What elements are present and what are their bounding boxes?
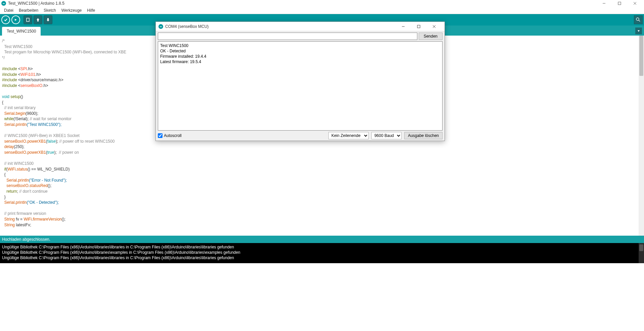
tab-sketch[interactable]: Test_WINC1500 <box>2 27 41 36</box>
svg-marker-7 <box>47 18 49 21</box>
serial-maximize-button[interactable] <box>411 22 426 31</box>
code-line: String latestFv; <box>2 222 642 228</box>
menu-sketch[interactable]: Sketch <box>41 7 59 13</box>
upload-button[interactable] <box>11 15 20 24</box>
code-line <box>2 205 642 211</box>
serial-window-controls <box>396 22 442 31</box>
serial-output-line: Firmware installed: 19.4.4 <box>160 54 440 59</box>
serial-output-line: Test WINC1500 <box>160 43 440 48</box>
main-titlebar: ∞ Test_WINC1500 | Arduino 1.8.5 <box>0 0 644 7</box>
serial-monitor-window: ∞ COM4 (senseBox MCU) Senden Test WINC15… <box>155 21 445 141</box>
menu-tools[interactable]: Werkzeuge <box>59 7 84 13</box>
autoscroll-label: Autoscroll <box>164 133 182 138</box>
editor-scrollbar[interactable] <box>639 36 644 236</box>
autoscroll-checkbox[interactable] <box>158 133 163 138</box>
status-bar: Hochladen abgeschlossen. <box>0 236 644 243</box>
code-line: delay(250); <box>2 144 642 150</box>
serial-input[interactable] <box>158 33 417 40</box>
serial-output-line: Latest firmware: 19.5.4 <box>160 59 440 64</box>
code-line: Serial.println("OK - Detected"); <box>2 200 642 205</box>
serial-send-button[interactable]: Senden <box>419 33 443 40</box>
menu-edit[interactable]: Bearbeiten <box>16 7 41 13</box>
tab-menu-button[interactable] <box>635 28 642 34</box>
new-button[interactable] <box>24 15 32 24</box>
console-line: Ungültige Bibliothek C:\Program Files (x… <box>2 255 642 261</box>
console-scrollbar[interactable] <box>639 243 644 263</box>
line-ending-select[interactable]: Kein Zeilenende <box>328 132 369 139</box>
close-button[interactable] <box>627 0 643 7</box>
code-line: // print firmware version <box>2 211 642 217</box>
svg-marker-10 <box>638 30 640 32</box>
status-text: Hochladen abgeschlossen. <box>2 237 50 242</box>
menubar: Datei Bearbeiten Sketch Werkzeuge Hilfe <box>0 7 644 14</box>
serial-monitor-button[interactable] <box>634 15 643 24</box>
serial-minimize-button[interactable] <box>396 22 411 31</box>
serial-output[interactable]: Test WINC1500 OK - Detected Firmware ins… <box>158 41 443 131</box>
svg-rect-5 <box>27 18 29 21</box>
serial-titlebar[interactable]: ∞ COM4 (senseBox MCU) <box>156 22 445 31</box>
svg-rect-12 <box>417 25 420 28</box>
code-line: Serial.println("Error - Not Found"); <box>2 178 642 183</box>
save-button[interactable] <box>44 15 52 24</box>
code-line: } <box>2 194 642 200</box>
menu-help[interactable]: Hilfe <box>84 7 98 13</box>
serial-output-line: OK - Detected <box>160 48 440 54</box>
code-line: String fv = WiFi.firmwareVersion(); <box>2 217 642 222</box>
svg-rect-1 <box>618 2 621 5</box>
svg-point-8 <box>636 18 639 20</box>
minimize-button[interactable] <box>596 0 612 7</box>
console: Ungültige Bibliothek C:\Program Files (x… <box>0 243 644 263</box>
autoscroll-checkbox-label[interactable]: Autoscroll <box>158 133 182 138</box>
editor-scrollbar-thumb[interactable] <box>639 36 643 76</box>
console-line: Ungültige Bibliothek C:\Program Files (x… <box>2 244 642 250</box>
open-button[interactable] <box>34 15 42 24</box>
svg-line-9 <box>639 20 640 21</box>
maximize-button[interactable] <box>612 0 627 7</box>
serial-close-button[interactable] <box>426 22 442 31</box>
clear-output-button[interactable]: Ausgabe löschen <box>404 132 443 139</box>
serial-input-row: Senden <box>156 31 445 41</box>
baud-select[interactable]: 9600 Baud <box>371 132 402 139</box>
console-scrollbar-thumb[interactable] <box>639 244 643 251</box>
code-line: if(WiFi.status() == WL_NO_SHIELD) <box>2 167 642 172</box>
console-line: Ungültige Bibliothek C:\Program Files (x… <box>2 250 642 255</box>
arduino-logo-icon: ∞ <box>158 24 163 29</box>
code-line: // init WINC1500 <box>2 161 642 167</box>
arduino-logo-icon: ∞ <box>1 1 6 6</box>
svg-marker-6 <box>37 18 39 21</box>
serial-title: COM4 (senseBox MCU) <box>165 24 209 29</box>
serial-bottom-row: Autoscroll Kein Zeilenende 9600 Baud Aus… <box>156 131 445 141</box>
window-title: Test_WINC1500 | Arduino 1.8.5 <box>8 1 64 6</box>
code-line <box>2 155 642 161</box>
code-line: senseBoxIO.statusRed(); <box>2 183 642 189</box>
menu-file[interactable]: Datei <box>1 7 16 13</box>
code-line: return; // don't continue <box>2 189 642 194</box>
svg-marker-4 <box>15 19 17 21</box>
verify-button[interactable] <box>1 15 10 24</box>
code-line: { <box>2 172 642 178</box>
window-controls <box>596 0 643 7</box>
code-line: senseBoxIO.powerXB1(true); // power on <box>2 150 642 155</box>
